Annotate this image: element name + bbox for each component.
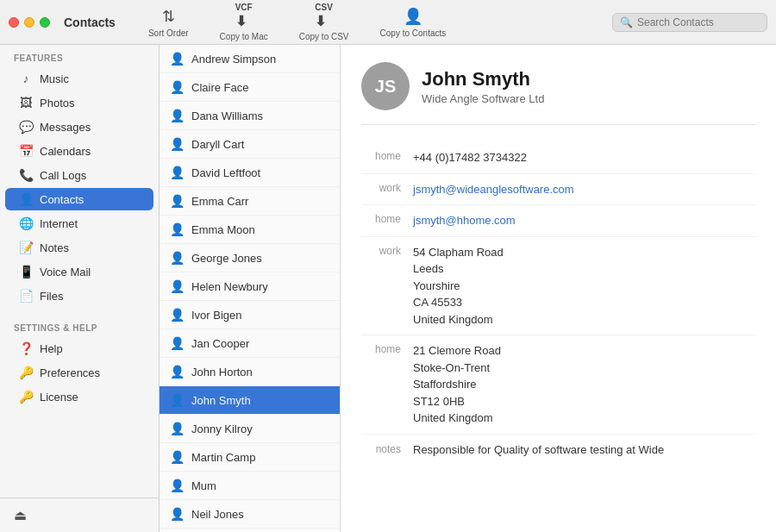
sidebar-item-internet[interactable]: 🌐 Internet [5,212,153,235]
contact-person-icon: 👤 [170,507,185,521]
sidebar-item-contacts[interactable]: 👤 Contacts [5,188,153,210]
contact-person-icon: 👤 [170,109,185,122]
preferences-icon: 🔑 [19,366,33,379]
contact-item[interactable]: 👤 David Leftfoot [160,159,340,187]
contact-person-icon: 👤 [170,336,185,350]
eject-button[interactable]: ⏏ [0,498,159,532]
contact-person-icon: 👤 [170,251,185,265]
home-email-row: home jsmyth@hhome.com [361,205,755,237]
contact-name: Jan Cooper [191,337,249,350]
contact-name: Daryll Cart [191,138,244,151]
contact-item[interactable]: 👤 Olive Scar [160,529,340,532]
contact-item-selected[interactable]: 👤 John Smyth [160,386,340,415]
contact-name: George Jones [191,252,262,265]
sidebar-item-preferences[interactable]: 🔑 Preferences [5,361,153,384]
contact-name: David Leftfoot [191,166,260,179]
contact-person-icon: 👤 [170,365,185,379]
contact-item[interactable]: 👤 Dana Williams [160,102,340,130]
sidebar-item-calendars[interactable]: 📅 Calendars [5,140,153,162]
contact-item[interactable]: 👤 Martin Camp [160,443,340,472]
search-input[interactable] [637,16,760,28]
copy-to-mac-label: Copy to Mac [220,32,268,41]
detail-pane: JS John Smyth Wide Angle Software Ltd ho… [341,45,776,532]
contact-name: Jonny Kilroy [191,422,253,435]
sidebar-item-photos[interactable]: 🖼 Photos [5,91,153,114]
contact-person-icon: 👤 [170,52,185,66]
work-address-line2: Leeds [413,260,755,278]
photos-icon: 🖼 [19,96,33,110]
contact-item[interactable]: 👤 Claire Face [160,73,340,102]
contact-person-icon: 👤 [170,279,185,293]
notes-row: notes Responsible for Quality of softwar… [361,435,755,465]
contact-person-icon: 👤 [170,308,185,322]
sidebar-item-call-logs[interactable]: 📞 Call Logs [5,164,153,186]
contact-person-icon: 👤 [170,80,185,94]
work-email-link[interactable]: jsmyth@wideanglesoftware.com [413,183,574,196]
contact-name: John Horton [191,366,253,379]
toolbar-left-group: ⇅ Sort Order VCF⬇ Copy to Mac CSV⬇ Copy … [141,1,453,43]
contact-item[interactable]: 👤 Jonny Kilroy [160,415,340,443]
copy-to-mac-button[interactable]: VCF⬇ Copy to Mac [213,1,275,43]
toolbar: ⇅ Sort Order VCF⬇ Copy to Mac CSV⬇ Copy … [141,1,767,43]
contact-person-icon: 👤 [170,393,185,407]
voicemail-icon: 📱 [19,265,33,279]
sidebar-item-label: Call Logs [40,169,86,182]
sidebar-item-notes[interactable]: 📝 Notes [5,236,153,259]
home-email-link[interactable]: jsmyth@hhome.com [413,214,516,227]
home-address-label: home [361,342,413,355]
contact-item[interactable]: 👤 Neil Jones [160,500,340,529]
maximize-button[interactable] [40,17,50,28]
contacts-icon: 👤 [19,192,33,206]
home-email-label: home [361,212,413,225]
license-icon: 🔑 [19,390,33,404]
sidebar-item-label: Preferences [40,366,100,379]
minimize-button[interactable] [24,17,34,28]
search-bar[interactable]: 🔍 [612,13,767,32]
notes-label: notes [361,443,413,455]
sidebar-item-label: Photos [40,97,74,110]
contact-item[interactable]: 👤 Emma Moon [160,216,340,244]
home-address-line2: Stoke-On-Trent [413,360,755,377]
sort-order-button[interactable]: ⇅ Sort Order [141,5,196,40]
work-email-value: jsmyth@wideanglesoftware.com [413,181,755,198]
home-address-line3: Staffordshire [413,376,755,393]
copy-to-csv-button[interactable]: CSV⬇ Copy to CSV [292,1,356,43]
csv-icon: CSV⬇ [315,3,333,29]
sidebar-item-help[interactable]: ❓ Help [5,337,153,360]
contact-item[interactable]: 👤 George Jones [160,244,340,272]
home-address-line1: 21 Clemore Road [413,342,755,360]
app-title: Contacts [64,16,116,29]
sidebar-item-label: Messages [40,121,91,134]
sidebar-item-label: Internet [40,217,78,230]
sort-order-icon: ⇅ [162,7,175,26]
work-address-row: work 54 Clapham Road Leeds Yourshire CA … [361,237,755,336]
contact-item[interactable]: 👤 Jan Cooper [160,329,340,358]
sidebar-item-messages[interactable]: 💬 Messages [5,116,153,138]
copy-to-contacts-button[interactable]: 👤 Copy to Contacts [373,5,454,40]
work-address-line4: CA 45533 [413,294,755,311]
contact-item[interactable]: 👤 John Horton [160,358,340,386]
contact-item[interactable]: 👤 Emma Carr [160,187,340,216]
contact-name: Martin Camp [191,451,255,464]
sidebar-item-voicemail[interactable]: 📱 Voice Mail [5,260,153,283]
sidebar-item-label: Contacts [40,193,84,206]
contact-name-block: John Smyth Wide Angle Software Ltd [422,68,544,105]
contact-item[interactable]: 👤 Daryll Cart [160,130,340,159]
contact-name: Helen Newbury [191,280,268,293]
sidebar-item-files[interactable]: 📄 Files [5,285,153,307]
contact-item[interactable]: 👤 Mum [160,472,340,500]
contact-item[interactable]: 👤 Ivor Bigen [160,301,340,329]
contact-name: Claire Face [191,81,248,94]
sidebar-item-music[interactable]: ♪ Music [5,67,153,90]
copy-to-contacts-label: Copy to Contacts [380,28,447,38]
traffic-lights [9,17,50,28]
contact-item[interactable]: 👤 Helen Newbury [160,272,340,301]
close-button[interactable] [9,17,19,28]
phone-label: home [361,149,413,162]
contact-item[interactable]: 👤 Andrew Simpson [160,45,340,73]
contact-name: Emma Carr [191,195,248,208]
work-address-line1: 54 Clapham Road [413,244,755,261]
contact-name: Emma Moon [191,223,255,236]
work-address-value: 54 Clapham Road Leeds Yourshire CA 45533… [413,244,755,329]
sidebar-item-license[interactable]: 🔑 License [5,385,153,408]
